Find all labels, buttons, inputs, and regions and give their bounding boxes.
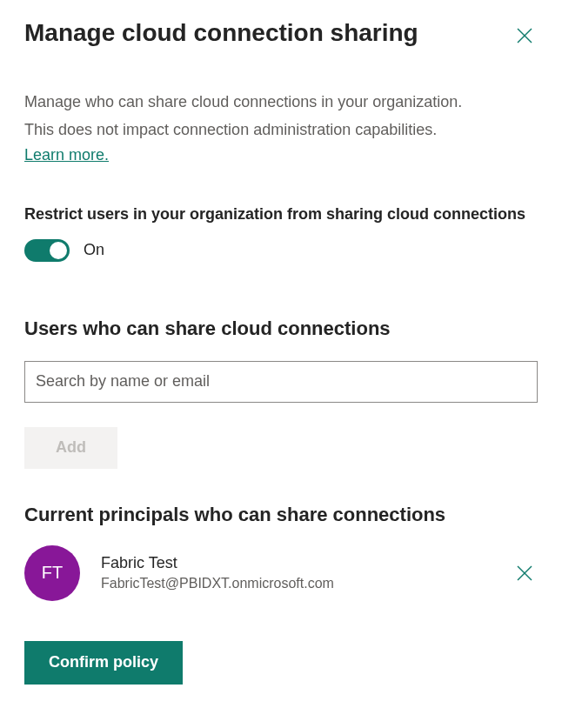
principal-info: Fabric Test FabricTest@PBIDXT.onmicrosof… [101,552,491,594]
learn-more-link[interactable]: Learn more. [24,146,109,164]
restrict-label: Restrict users in your organization from… [24,203,538,227]
panel-description-line1: Manage who can share cloud connections i… [24,90,538,115]
remove-principal-button[interactable] [512,560,538,586]
close-button[interactable] [512,23,538,49]
panel-title: Manage cloud connection sharing [24,17,418,48]
close-icon [517,565,532,581]
panel-description-line2: This does not impact connection administ… [24,118,538,143]
toggle-knob [50,242,67,259]
principal-email: FabricTest@PBIDXT.onmicrosoft.com [101,574,491,593]
restrict-toggle[interactable] [24,239,70,262]
principal-name: Fabric Test [101,552,491,574]
add-button[interactable]: Add [24,427,117,469]
search-input[interactable] [24,361,538,403]
users-section-heading: Users who can share cloud connections [24,317,538,340]
avatar: FT [24,545,80,601]
principals-section-heading: Current principals who can share connect… [24,504,538,526]
close-icon [517,28,532,43]
restrict-toggle-state: On [84,241,104,259]
confirm-policy-button[interactable]: Confirm policy [24,641,183,685]
principal-row: FT Fabric Test FabricTest@PBIDXT.onmicro… [24,545,538,601]
